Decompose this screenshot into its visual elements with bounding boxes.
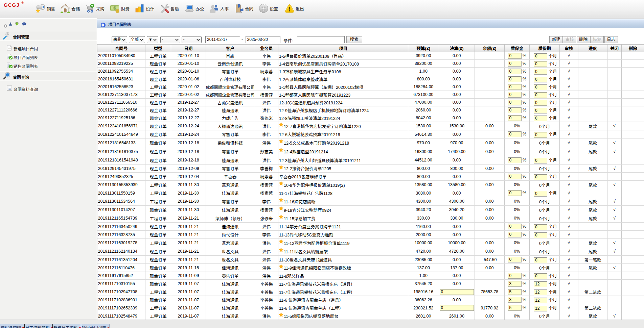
- svg-text:$: $: [114, 6, 116, 10]
